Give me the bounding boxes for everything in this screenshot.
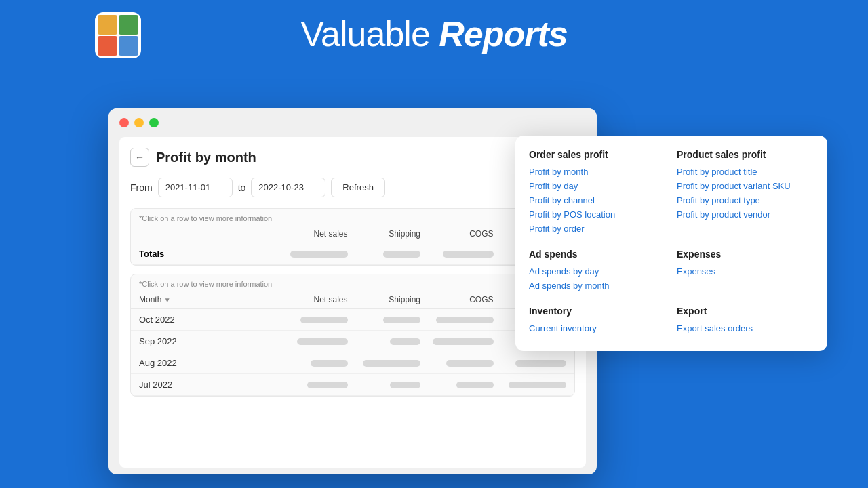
data-bar-1-2 xyxy=(433,338,494,345)
menu-link[interactable]: Profit by day xyxy=(529,181,666,191)
menu-section-title-inventory: Inventory xyxy=(529,306,666,317)
menu-link[interactable]: Ad spends by day xyxy=(529,266,666,277)
menu-link[interactable]: Profit by product variant SKU xyxy=(677,181,814,191)
menu-link[interactable]: Profit by POS location xyxy=(529,209,666,220)
totals-table-section: *Click on a row to view more information… xyxy=(130,208,575,266)
to-label: to xyxy=(238,182,246,193)
menu-link[interactable]: Profit by product type xyxy=(677,195,814,205)
data-bar-3-2 xyxy=(456,382,494,388)
overlay-nav-panel: Order sales profitProfit by monthProfit … xyxy=(515,136,827,351)
data-table-section: *Click on a row to view more information… xyxy=(130,274,575,396)
app-logo xyxy=(95,12,141,58)
data-bar-3-0 xyxy=(307,382,348,388)
month-cell: Sep 2022 xyxy=(139,336,275,346)
totals-bar-3 xyxy=(443,251,494,258)
refresh-button[interactable]: Refresh xyxy=(331,178,385,197)
logo-cell-br xyxy=(119,36,138,56)
data-rows: Oct 2022 Sep 2022 Aug 2022 Jul 2022 xyxy=(131,309,574,396)
menu-section-order-sales-profit: Order sales profitProfit by monthProfit … xyxy=(529,149,666,238)
data-bar-0-1 xyxy=(383,317,420,323)
data-bar-3-1 xyxy=(390,382,420,388)
menu-section-title-expenses: Expenses xyxy=(677,249,814,260)
traffic-lights-bar xyxy=(108,108,597,137)
table-row[interactable]: Jul 2022 xyxy=(131,374,574,396)
menu-link[interactable]: Profit by month xyxy=(529,167,666,177)
col-shipping-2: Shipping xyxy=(348,295,421,304)
menu-link[interactable]: Export sales orders xyxy=(677,323,814,333)
col-net-sales: Net sales xyxy=(275,229,348,239)
data-bar-2-3 xyxy=(515,360,566,367)
back-button[interactable]: ← xyxy=(130,148,149,167)
data-bar-2-0 xyxy=(311,360,348,367)
data-bar-1-0 xyxy=(297,338,348,345)
col-cogs-2: COGS xyxy=(420,295,494,304)
totals-bar-1 xyxy=(290,251,348,258)
page-header: ← Profit by month xyxy=(130,148,575,167)
col-shipping: Shipping xyxy=(348,229,421,239)
to-date-input[interactable] xyxy=(251,178,326,197)
totals-label: Totals xyxy=(139,249,275,259)
data-bar-0-0 xyxy=(300,317,348,323)
totals-bar-2 xyxy=(383,251,420,258)
minimize-dot[interactable] xyxy=(134,118,144,127)
data-bar-1-1 xyxy=(390,338,420,345)
col-empty xyxy=(139,229,275,239)
menu-link[interactable]: Ad spends by month xyxy=(529,281,666,291)
table-hint-data: *Click on a row to view more information xyxy=(131,274,574,291)
data-bar-2-1 xyxy=(363,360,420,367)
data-bar-0-2 xyxy=(436,317,494,323)
data-table-header: Month ▼ Net sales Shipping COGS Ad Spend xyxy=(131,291,574,309)
table-row[interactable]: Aug 2022 xyxy=(131,352,574,374)
menu-section-ad-spends: Ad spendsAd spends by dayAd spends by mo… xyxy=(529,249,666,295)
menu-section-expenses: ExpensesExpenses xyxy=(677,249,814,295)
menu-section-title-order-sales-profit: Order sales profit xyxy=(529,149,666,160)
menu-section-title-export: Export xyxy=(677,306,814,317)
fullscreen-dot[interactable] xyxy=(149,118,159,127)
menu-section-inventory: InventoryCurrent inventory xyxy=(529,306,666,338)
month-cell: Oct 2022 xyxy=(139,314,275,325)
menu-section-export: ExportExport sales orders xyxy=(677,306,814,338)
filter-bar: From to Refresh xyxy=(130,178,575,197)
data-bar-2-2 xyxy=(446,360,494,367)
month-cell: Aug 2022 xyxy=(139,358,275,368)
menu-section-title-product-sales-profit: Product sales profit xyxy=(677,149,814,160)
col-month[interactable]: Month ▼ xyxy=(139,295,275,304)
col-net-sales-2: Net sales xyxy=(275,295,348,304)
logo-cell-tl xyxy=(98,15,117,35)
menu-link[interactable]: Profit by order xyxy=(529,224,666,234)
from-date-input[interactable] xyxy=(158,178,233,197)
col-cogs: COGS xyxy=(420,229,494,239)
app-title: Valuable Reports xyxy=(300,14,567,54)
app-header: Valuable Reports xyxy=(0,0,868,64)
menu-section-product-sales-profit: Product sales profitProfit by product ti… xyxy=(677,149,814,238)
menu-section-title-ad-spends: Ad spends xyxy=(529,249,666,260)
table-hint-totals: *Click on a row to view more information xyxy=(131,209,574,225)
menu-link[interactable]: Profit by channel xyxy=(529,195,666,205)
data-bar-3-3 xyxy=(509,382,566,388)
logo-cell-tr xyxy=(119,15,138,35)
menu-link[interactable]: Profit by product title xyxy=(677,167,814,177)
page-title: Profit by month xyxy=(156,150,256,165)
totals-table-header: Net sales Shipping COGS Ad Spend xyxy=(131,225,574,243)
close-dot[interactable] xyxy=(119,118,129,127)
menu-link[interactable]: Expenses xyxy=(677,266,814,277)
table-row[interactable]: Oct 2022 xyxy=(131,309,574,331)
month-cell: Jul 2022 xyxy=(139,380,275,390)
menu-link[interactable]: Current inventory xyxy=(529,323,666,333)
menu-link[interactable]: Profit by product vendor xyxy=(677,209,814,220)
from-label: From xyxy=(130,182,153,193)
table-row[interactable]: Sep 2022 xyxy=(131,331,574,352)
totals-row[interactable]: Totals xyxy=(131,243,574,265)
logo-cell-bl xyxy=(98,36,117,56)
